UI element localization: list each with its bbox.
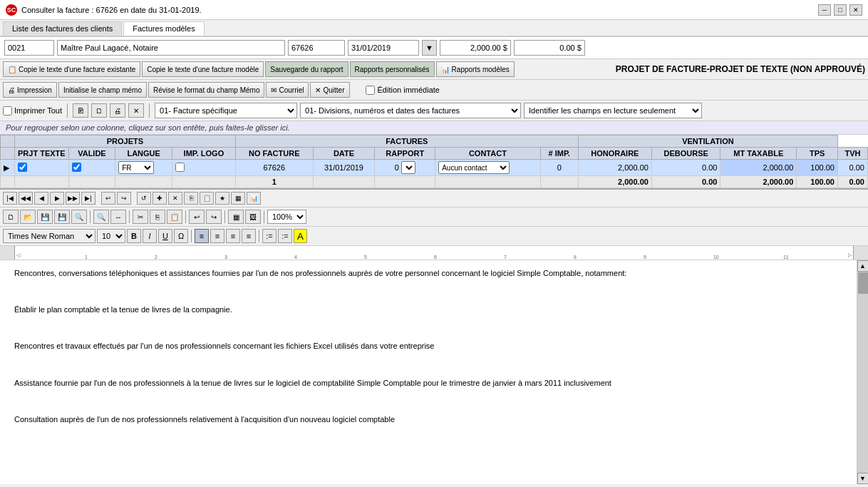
- valide-checkbox[interactable]: [72, 163, 81, 172]
- paste-button[interactable]: 📋: [200, 192, 214, 205]
- init-memo-button[interactable]: Initialise le champ mémo: [58, 82, 147, 98]
- cell-valide[interactable]: [68, 160, 115, 176]
- align-center-button[interactable]: ≡: [210, 229, 224, 243]
- filter-button[interactable]: ▦: [231, 192, 245, 205]
- bookmark-button[interactable]: ★: [215, 192, 229, 205]
- cell-debourse[interactable]: 0.00: [651, 160, 720, 176]
- table-row[interactable]: ▶ FR 67626 31/01/2019 0 ▼: [1, 160, 868, 176]
- client-code-field[interactable]: [4, 40, 54, 56]
- cell-date[interactable]: 31/01/2019: [313, 160, 375, 176]
- list-ordered-button[interactable]: :=: [262, 229, 277, 243]
- col-mt-taxable[interactable]: MT TAXABLE: [720, 148, 797, 160]
- date-dropdown-icon[interactable]: ▼: [422, 40, 437, 56]
- cell-prjt-texte[interactable]: [15, 160, 69, 176]
- facture-type-dropdown[interactable]: 01- Facture spécifique: [155, 103, 297, 118]
- underline-button[interactable]: U: [158, 229, 172, 243]
- col-date[interactable]: DATE: [313, 148, 375, 160]
- nav-prev-prev-button[interactable]: ◀◀: [19, 192, 33, 205]
- scroll-thumb[interactable]: [858, 272, 868, 294]
- ed-undo-button[interactable]: ↩: [189, 210, 205, 224]
- size-select[interactable]: 10 8 12 14: [97, 229, 125, 243]
- ed-image-button[interactable]: 🖼: [245, 210, 261, 224]
- cell-contact[interactable]: Aucun contact: [435, 160, 540, 176]
- align-left-button[interactable]: ≡: [195, 229, 209, 243]
- nav-btn-3[interactable]: 🖨: [110, 103, 125, 118]
- revise-memo-button[interactable]: Révise le format du champ Mémo: [148, 82, 265, 98]
- delete-button[interactable]: ✕: [168, 192, 182, 205]
- col-nb-imp[interactable]: # IMP.: [540, 148, 578, 160]
- contact-select[interactable]: Aucun contact: [438, 161, 510, 174]
- ed-save-button[interactable]: 💾: [37, 210, 53, 224]
- model-reports-button[interactable]: 📊 Rapports modèles: [436, 61, 515, 77]
- col-debourse[interactable]: DEBOURSE: [651, 148, 720, 160]
- copy-existing-invoice-button[interactable]: 📋 Copie le texte d'une facture existante: [3, 61, 140, 77]
- cell-no-facture[interactable]: 67626: [235, 160, 313, 176]
- cell-langue[interactable]: FR: [115, 160, 172, 176]
- col-tps[interactable]: TPS: [797, 148, 838, 160]
- col-contact[interactable]: CONTACT: [435, 148, 540, 160]
- export-button[interactable]: 📊: [247, 192, 261, 205]
- col-rapport[interactable]: RAPPORT: [375, 148, 435, 160]
- italic-button[interactable]: I: [143, 229, 157, 243]
- zoom-select[interactable]: 100% 75% 125% 150%: [267, 210, 306, 224]
- nav-forward-button[interactable]: ↪: [117, 192, 131, 205]
- vertical-scrollbar[interactable]: ▲ ▼: [857, 260, 868, 484]
- close-button[interactable]: ✕: [849, 4, 862, 16]
- prjt-texte-checkbox[interactable]: [18, 163, 27, 172]
- ed-cut-button[interactable]: ✂: [133, 210, 148, 224]
- email-button[interactable]: ✉ Courriel: [266, 82, 309, 98]
- nav-prev-button[interactable]: ◀: [34, 192, 48, 205]
- cell-tvh[interactable]: 0.00: [837, 160, 867, 176]
- print-button[interactable]: 🖨 Impression: [3, 82, 57, 98]
- ed-redo-button[interactable]: ↪: [206, 210, 222, 224]
- list-unordered-button[interactable]: :=: [278, 229, 292, 243]
- tab-liste-factures[interactable]: Liste des factures des clients: [3, 21, 122, 36]
- highlight-button[interactable]: A: [294, 229, 307, 243]
- scroll-track[interactable]: [857, 272, 869, 473]
- minimize-button[interactable]: ─: [818, 4, 831, 16]
- nav-first-button[interactable]: |◀: [3, 192, 17, 205]
- ed-preview-button[interactable]: 🔍: [71, 210, 87, 224]
- col-honoraire[interactable]: HONORAIRE: [578, 148, 651, 160]
- nav-next-button[interactable]: ▶: [50, 192, 64, 205]
- nav-btn-2[interactable]: 🗋: [91, 103, 107, 118]
- ed-copy-button[interactable]: ⎘: [150, 210, 165, 224]
- col-tvh[interactable]: TVH: [837, 148, 867, 160]
- cell-tps[interactable]: 100.00: [797, 160, 838, 176]
- col-valide[interactable]: VALIDE: [68, 148, 115, 160]
- amount2-field[interactable]: [514, 40, 585, 56]
- cell-mt-taxable[interactable]: 2,000.00: [720, 160, 797, 176]
- amount1-field[interactable]: [440, 40, 511, 56]
- edition-immediat-checkbox[interactable]: [366, 86, 375, 95]
- nav-back-button[interactable]: ↩: [101, 192, 115, 205]
- ed-new-button[interactable]: 🗋: [3, 210, 19, 224]
- col-imp-logo[interactable]: IMP. LOGO: [172, 148, 236, 160]
- ed-paste2-button[interactable]: 📋: [167, 210, 182, 224]
- langue-select[interactable]: FR: [118, 161, 154, 174]
- champ-dropdown[interactable]: Identifier les champs en lecture seuleme…: [524, 103, 702, 118]
- align-justify-button[interactable]: ≡: [242, 229, 256, 243]
- col-langue[interactable]: LANGUE: [115, 148, 172, 160]
- cell-nb-imp[interactable]: 0: [540, 160, 578, 176]
- print-all-checkbox[interactable]: [3, 106, 12, 116]
- tab-factures-modeles[interactable]: Factures modèles: [123, 21, 204, 36]
- imp-logo-checkbox[interactable]: [175, 163, 185, 172]
- cell-honoraire[interactable]: 2,000.00: [578, 160, 651, 176]
- scroll-up-button[interactable]: ▲: [857, 260, 869, 272]
- ed-save-as-button[interactable]: 💾: [54, 210, 70, 224]
- scroll-down-button[interactable]: ▼: [857, 473, 869, 484]
- division-dropdown[interactable]: 01- Divisions, numéros et dates des fact…: [300, 103, 521, 118]
- bold-button[interactable]: B: [127, 229, 141, 243]
- font-select[interactable]: Times New Roman Arial Courier New: [3, 229, 95, 243]
- save-report-button[interactable]: Sauvegarde du rapport: [265, 61, 348, 77]
- align-right-button[interactable]: ≡: [226, 229, 240, 243]
- quit-button[interactable]: ✕ Quitter: [310, 82, 349, 98]
- ed-table-button[interactable]: ▦: [228, 210, 244, 224]
- add-button[interactable]: ✚: [153, 192, 167, 205]
- editor-line-1[interactable]: Rencontres, conversations téléphoniques …: [14, 267, 842, 280]
- col-no-facture[interactable]: NO FACTURE: [235, 148, 313, 160]
- rapport-select[interactable]: ▼: [401, 161, 415, 174]
- client-name-field[interactable]: [57, 40, 285, 56]
- col-prjt-texte[interactable]: PRJT TEXTE: [15, 148, 69, 160]
- cell-imp-logo[interactable]: [172, 160, 236, 176]
